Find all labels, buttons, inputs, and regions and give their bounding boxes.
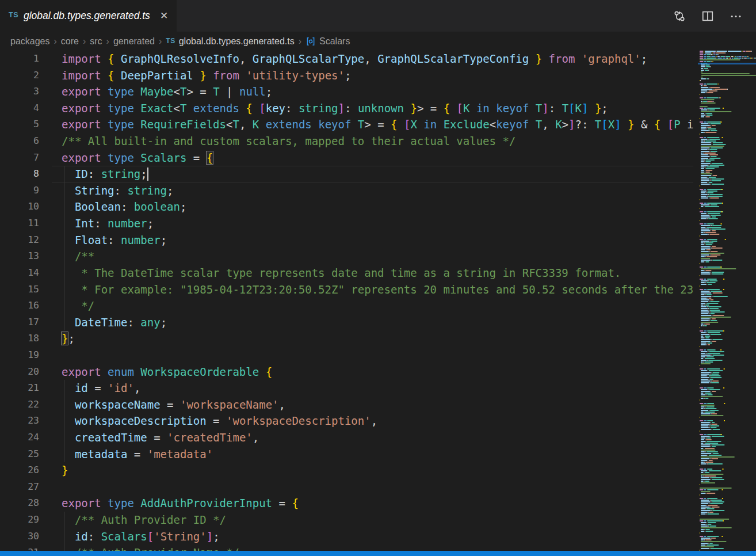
breadcrumb-label: src: [90, 36, 102, 47]
breadcrumb-item-scalars[interactable]: Scalars: [306, 36, 350, 47]
breadcrumb-item-packages[interactable]: packages: [10, 36, 50, 47]
code-text: * The DateTime scalar type represents da…: [62, 265, 621, 281]
code-line-22[interactable]: 22 workspaceName = 'workspaceName',: [0, 397, 693, 413]
breadcrumb: packages›core›src›generated›TSglobal.db.…: [0, 32, 756, 51]
code-line-13[interactable]: 13 /**: [0, 248, 693, 265]
code-line-2[interactable]: 2import { DeepPartial } from 'utility-ty…: [0, 67, 693, 84]
code-text: export type AddAuthProviderInput = {: [62, 495, 299, 512]
line-number: 30: [0, 528, 39, 545]
code-text: export type RequireFields<T, K extends k…: [62, 116, 693, 133]
code-text: DateTime: any;: [62, 314, 167, 331]
code-text: }: [62, 462, 68, 479]
line-number: 5: [0, 116, 39, 133]
line-number: 26: [0, 462, 39, 479]
line-number: 28: [0, 495, 39, 512]
code-line-1[interactable]: 1import { GraphQLResolveInfo, GraphQLSca…: [0, 51, 693, 67]
code-text: /** Auth Provider ID */: [62, 512, 226, 528]
code-line-7[interactable]: 7export type Scalars = {: [0, 150, 693, 166]
code-line-24[interactable]: 24 createdTime = 'createdTime',: [0, 429, 693, 446]
bottom-blue-bar: [0, 551, 756, 556]
code-line-12[interactable]: 12 Float: number;: [0, 232, 693, 249]
code-text: import { DeepPartial } from 'utility-typ…: [62, 67, 351, 84]
code-line-15[interactable]: 15 * For example: "1985-04-12T23:20:50.5…: [0, 281, 693, 298]
minimap[interactable]: [698, 51, 756, 551]
breadcrumb-separator: ›: [299, 36, 301, 47]
symbol-variable-icon: [306, 36, 316, 47]
close-icon[interactable]: ✕: [160, 11, 168, 21]
line-number: 29: [0, 512, 39, 528]
code-line-29[interactable]: 29 /** Auth Provider ID */: [0, 512, 693, 528]
breadcrumb-item-src[interactable]: src: [90, 36, 102, 47]
breadcrumb-label: packages: [10, 36, 50, 47]
split-editor-icon[interactable]: [701, 10, 714, 22]
code-line-11[interactable]: 11 Int: number;: [0, 215, 693, 232]
line-number: 15: [0, 281, 39, 298]
code-line-4[interactable]: 4export type Exact<T extends { [key: str…: [0, 100, 693, 117]
line-number: 10: [0, 199, 39, 215]
code-text: workspaceDescription = 'workspaceDescrip…: [62, 413, 377, 429]
code-text: */: [62, 298, 94, 314]
code-text: import { GraphQLResolveInfo, GraphQLScal…: [62, 51, 647, 67]
more-actions-icon[interactable]: [730, 10, 742, 22]
code-line-8[interactable]: 8 ID: string;: [0, 166, 693, 182]
breadcrumb-label: global.db.types.generated.ts: [179, 36, 295, 47]
line-number: 14: [0, 265, 39, 281]
code-line-25[interactable]: 25 metadata = 'metadata': [0, 446, 693, 463]
code-line-3[interactable]: 3export type Maybe<T> = T | null;: [0, 83, 693, 100]
ts-file-icon: TS: [166, 37, 175, 45]
breadcrumb-item-core[interactable]: core: [61, 36, 79, 47]
breadcrumb-label: core: [61, 36, 79, 47]
code-text: ID: string;: [62, 166, 147, 182]
breadcrumb-item-generated[interactable]: generated: [113, 36, 155, 47]
breadcrumb-label: Scalars: [319, 36, 350, 47]
code-text: Int: number;: [62, 215, 154, 232]
code-text: workspaceName = 'workspaceName',: [62, 397, 285, 413]
code-text: export enum WorkspaceOrderable {: [62, 364, 272, 380]
code-editor[interactable]: 1import { GraphQLResolveInfo, GraphQLSca…: [0, 51, 693, 551]
breadcrumb-item-global-db-types-generated-ts[interactable]: TSglobal.db.types.generated.ts: [166, 36, 294, 47]
line-number: 22: [0, 397, 39, 413]
code-line-14[interactable]: 14 * The DateTime scalar type represents…: [0, 265, 693, 281]
breadcrumb-label: generated: [113, 36, 155, 47]
code-line-31[interactable]: 31 /** Auth Provider Name */: [0, 544, 693, 551]
line-number: 12: [0, 232, 39, 249]
line-number: 17: [0, 314, 39, 331]
code-line-30[interactable]: 30 id: Scalars['String'];: [0, 528, 693, 545]
code-line-21[interactable]: 21 id = 'id',: [0, 380, 693, 397]
line-number: 18: [0, 330, 39, 347]
code-line-17[interactable]: 17 DateTime: any;: [0, 314, 693, 331]
open-changes-icon[interactable]: [673, 10, 686, 22]
code-line-10[interactable]: 10 Boolean: boolean;: [0, 199, 693, 215]
code-text: export type Maybe<T> = T | null;: [62, 83, 272, 100]
code-line-9[interactable]: 9 String: string;: [0, 182, 693, 199]
line-number: 13: [0, 248, 39, 265]
line-number: 31: [0, 544, 39, 551]
code-line-16[interactable]: 16 */: [0, 298, 693, 314]
code-text: createdTime = 'createdTime',: [62, 429, 259, 446]
line-number: 21: [0, 380, 39, 397]
code-line-28[interactable]: 28export type AddAuthProviderInput = {: [0, 495, 693, 512]
code-line-18[interactable]: 18};: [0, 330, 693, 347]
code-text: export type Scalars = {: [62, 150, 213, 166]
code-line-20[interactable]: 20export enum WorkspaceOrderable {: [0, 364, 693, 380]
line-number: 20: [0, 364, 39, 380]
code-line-19[interactable]: 19: [0, 347, 693, 364]
line-number: 8: [0, 166, 39, 182]
line-number: 2: [0, 67, 39, 84]
line-number: 9: [0, 182, 39, 199]
line-number: 19: [0, 347, 39, 364]
code-text: Boolean: boolean;: [62, 199, 186, 215]
code-text: export type Exact<T extends { [key: stri…: [62, 100, 608, 117]
code-text: /**: [62, 248, 94, 265]
tab-bar: TS global.db.types.generated.ts ✕: [0, 0, 756, 32]
code-line-5[interactable]: 5export type RequireFields<T, K extends …: [0, 116, 693, 133]
code-line-6[interactable]: 6/** All built-in and custom scalars, ma…: [0, 133, 693, 150]
code-line-23[interactable]: 23 workspaceDescription = 'workspaceDesc…: [0, 413, 693, 429]
code-text: String: string;: [62, 182, 174, 199]
line-number: 24: [0, 429, 39, 446]
tab-global-db-types[interactable]: TS global.db.types.generated.ts ✕: [0, 0, 177, 32]
breadcrumb-separator: ›: [159, 36, 162, 47]
code-line-27[interactable]: 27: [0, 479, 693, 496]
code-line-26[interactable]: 26}: [0, 462, 693, 479]
code-text: };: [62, 330, 75, 347]
